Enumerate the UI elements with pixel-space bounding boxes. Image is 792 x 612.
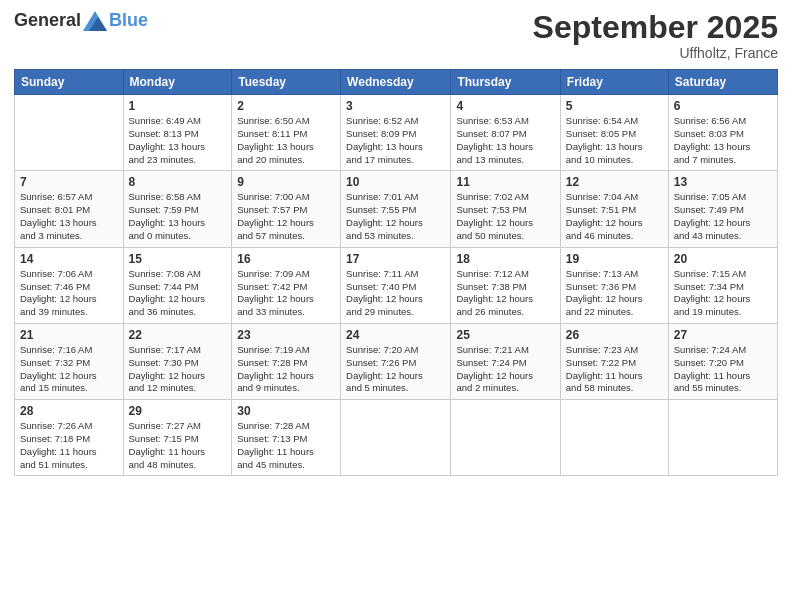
day-number: 30 bbox=[237, 404, 335, 418]
calendar-cell: 18Sunrise: 7:12 AM Sunset: 7:38 PM Dayli… bbox=[451, 247, 560, 323]
day-info: Sunrise: 7:12 AM Sunset: 7:38 PM Dayligh… bbox=[456, 268, 554, 319]
logo-icon bbox=[83, 11, 107, 31]
day-number: 23 bbox=[237, 328, 335, 342]
day-info: Sunrise: 7:28 AM Sunset: 7:13 PM Dayligh… bbox=[237, 420, 335, 471]
calendar-cell: 28Sunrise: 7:26 AM Sunset: 7:18 PM Dayli… bbox=[15, 400, 124, 476]
day-info: Sunrise: 7:23 AM Sunset: 7:22 PM Dayligh… bbox=[566, 344, 663, 395]
calendar-cell: 4Sunrise: 6:53 AM Sunset: 8:07 PM Daylig… bbox=[451, 95, 560, 171]
weekday-header: Tuesday bbox=[232, 70, 341, 95]
title-block: September 2025 Uffholtz, France bbox=[533, 10, 778, 61]
calendar-cell: 26Sunrise: 7:23 AM Sunset: 7:22 PM Dayli… bbox=[560, 323, 668, 399]
day-number: 28 bbox=[20, 404, 118, 418]
day-number: 15 bbox=[129, 252, 227, 266]
calendar-week-row: 7Sunrise: 6:57 AM Sunset: 8:01 PM Daylig… bbox=[15, 171, 778, 247]
day-info: Sunrise: 7:20 AM Sunset: 7:26 PM Dayligh… bbox=[346, 344, 445, 395]
calendar-cell: 21Sunrise: 7:16 AM Sunset: 7:32 PM Dayli… bbox=[15, 323, 124, 399]
calendar-cell: 14Sunrise: 7:06 AM Sunset: 7:46 PM Dayli… bbox=[15, 247, 124, 323]
day-info: Sunrise: 6:54 AM Sunset: 8:05 PM Dayligh… bbox=[566, 115, 663, 166]
calendar-cell: 24Sunrise: 7:20 AM Sunset: 7:26 PM Dayli… bbox=[341, 323, 451, 399]
calendar-cell bbox=[451, 400, 560, 476]
calendar-cell: 22Sunrise: 7:17 AM Sunset: 7:30 PM Dayli… bbox=[123, 323, 232, 399]
day-number: 19 bbox=[566, 252, 663, 266]
day-number: 18 bbox=[456, 252, 554, 266]
day-number: 26 bbox=[566, 328, 663, 342]
day-info: Sunrise: 7:17 AM Sunset: 7:30 PM Dayligh… bbox=[129, 344, 227, 395]
calendar-cell: 13Sunrise: 7:05 AM Sunset: 7:49 PM Dayli… bbox=[668, 171, 777, 247]
day-number: 24 bbox=[346, 328, 445, 342]
calendar-cell: 5Sunrise: 6:54 AM Sunset: 8:05 PM Daylig… bbox=[560, 95, 668, 171]
weekday-header: Saturday bbox=[668, 70, 777, 95]
day-info: Sunrise: 7:13 AM Sunset: 7:36 PM Dayligh… bbox=[566, 268, 663, 319]
day-number: 29 bbox=[129, 404, 227, 418]
day-number: 10 bbox=[346, 175, 445, 189]
day-info: Sunrise: 6:53 AM Sunset: 8:07 PM Dayligh… bbox=[456, 115, 554, 166]
day-number: 22 bbox=[129, 328, 227, 342]
day-info: Sunrise: 7:06 AM Sunset: 7:46 PM Dayligh… bbox=[20, 268, 118, 319]
day-info: Sunrise: 7:01 AM Sunset: 7:55 PM Dayligh… bbox=[346, 191, 445, 242]
day-number: 1 bbox=[129, 99, 227, 113]
calendar-table: SundayMondayTuesdayWednesdayThursdayFrid… bbox=[14, 69, 778, 476]
day-number: 4 bbox=[456, 99, 554, 113]
weekday-header: Thursday bbox=[451, 70, 560, 95]
logo: General Blue bbox=[14, 10, 148, 31]
day-number: 13 bbox=[674, 175, 772, 189]
weekday-header-row: SundayMondayTuesdayWednesdayThursdayFrid… bbox=[15, 70, 778, 95]
calendar-cell: 1Sunrise: 6:49 AM Sunset: 8:13 PM Daylig… bbox=[123, 95, 232, 171]
calendar-cell: 15Sunrise: 7:08 AM Sunset: 7:44 PM Dayli… bbox=[123, 247, 232, 323]
weekday-header: Friday bbox=[560, 70, 668, 95]
calendar-cell bbox=[668, 400, 777, 476]
weekday-header: Monday bbox=[123, 70, 232, 95]
day-number: 7 bbox=[20, 175, 118, 189]
calendar-cell: 20Sunrise: 7:15 AM Sunset: 7:34 PM Dayli… bbox=[668, 247, 777, 323]
day-info: Sunrise: 7:15 AM Sunset: 7:34 PM Dayligh… bbox=[674, 268, 772, 319]
day-info: Sunrise: 6:56 AM Sunset: 8:03 PM Dayligh… bbox=[674, 115, 772, 166]
day-number: 21 bbox=[20, 328, 118, 342]
calendar-week-row: 28Sunrise: 7:26 AM Sunset: 7:18 PM Dayli… bbox=[15, 400, 778, 476]
calendar-cell bbox=[341, 400, 451, 476]
day-number: 9 bbox=[237, 175, 335, 189]
header: General Blue September 2025 Uffholtz, Fr… bbox=[14, 10, 778, 61]
day-info: Sunrise: 7:11 AM Sunset: 7:40 PM Dayligh… bbox=[346, 268, 445, 319]
day-info: Sunrise: 6:50 AM Sunset: 8:11 PM Dayligh… bbox=[237, 115, 335, 166]
calendar-week-row: 1Sunrise: 6:49 AM Sunset: 8:13 PM Daylig… bbox=[15, 95, 778, 171]
day-info: Sunrise: 7:24 AM Sunset: 7:20 PM Dayligh… bbox=[674, 344, 772, 395]
day-info: Sunrise: 7:26 AM Sunset: 7:18 PM Dayligh… bbox=[20, 420, 118, 471]
day-number: 8 bbox=[129, 175, 227, 189]
day-number: 20 bbox=[674, 252, 772, 266]
calendar-cell: 23Sunrise: 7:19 AM Sunset: 7:28 PM Dayli… bbox=[232, 323, 341, 399]
weekday-header: Wednesday bbox=[341, 70, 451, 95]
day-info: Sunrise: 7:04 AM Sunset: 7:51 PM Dayligh… bbox=[566, 191, 663, 242]
day-number: 5 bbox=[566, 99, 663, 113]
day-number: 27 bbox=[674, 328, 772, 342]
calendar-cell: 25Sunrise: 7:21 AM Sunset: 7:24 PM Dayli… bbox=[451, 323, 560, 399]
day-info: Sunrise: 6:52 AM Sunset: 8:09 PM Dayligh… bbox=[346, 115, 445, 166]
calendar-cell: 10Sunrise: 7:01 AM Sunset: 7:55 PM Dayli… bbox=[341, 171, 451, 247]
calendar-cell: 3Sunrise: 6:52 AM Sunset: 8:09 PM Daylig… bbox=[341, 95, 451, 171]
calendar-cell: 9Sunrise: 7:00 AM Sunset: 7:57 PM Daylig… bbox=[232, 171, 341, 247]
day-number: 25 bbox=[456, 328, 554, 342]
day-number: 11 bbox=[456, 175, 554, 189]
calendar-week-row: 14Sunrise: 7:06 AM Sunset: 7:46 PM Dayli… bbox=[15, 247, 778, 323]
day-info: Sunrise: 7:27 AM Sunset: 7:15 PM Dayligh… bbox=[129, 420, 227, 471]
calendar-cell: 6Sunrise: 6:56 AM Sunset: 8:03 PM Daylig… bbox=[668, 95, 777, 171]
calendar-cell: 11Sunrise: 7:02 AM Sunset: 7:53 PM Dayli… bbox=[451, 171, 560, 247]
calendar-week-row: 21Sunrise: 7:16 AM Sunset: 7:32 PM Dayli… bbox=[15, 323, 778, 399]
day-number: 6 bbox=[674, 99, 772, 113]
calendar-cell bbox=[15, 95, 124, 171]
calendar-cell: 29Sunrise: 7:27 AM Sunset: 7:15 PM Dayli… bbox=[123, 400, 232, 476]
calendar-cell bbox=[560, 400, 668, 476]
day-info: Sunrise: 6:49 AM Sunset: 8:13 PM Dayligh… bbox=[129, 115, 227, 166]
day-info: Sunrise: 7:00 AM Sunset: 7:57 PM Dayligh… bbox=[237, 191, 335, 242]
day-info: Sunrise: 6:57 AM Sunset: 8:01 PM Dayligh… bbox=[20, 191, 118, 242]
logo-general: General bbox=[14, 10, 81, 31]
logo-blue: Blue bbox=[109, 10, 148, 31]
day-info: Sunrise: 7:02 AM Sunset: 7:53 PM Dayligh… bbox=[456, 191, 554, 242]
day-number: 12 bbox=[566, 175, 663, 189]
day-info: Sunrise: 7:19 AM Sunset: 7:28 PM Dayligh… bbox=[237, 344, 335, 395]
calendar-cell: 12Sunrise: 7:04 AM Sunset: 7:51 PM Dayli… bbox=[560, 171, 668, 247]
calendar-cell: 8Sunrise: 6:58 AM Sunset: 7:59 PM Daylig… bbox=[123, 171, 232, 247]
day-info: Sunrise: 7:09 AM Sunset: 7:42 PM Dayligh… bbox=[237, 268, 335, 319]
page: General Blue September 2025 Uffholtz, Fr… bbox=[0, 0, 792, 486]
calendar-cell: 2Sunrise: 6:50 AM Sunset: 8:11 PM Daylig… bbox=[232, 95, 341, 171]
location: Uffholtz, France bbox=[533, 45, 778, 61]
